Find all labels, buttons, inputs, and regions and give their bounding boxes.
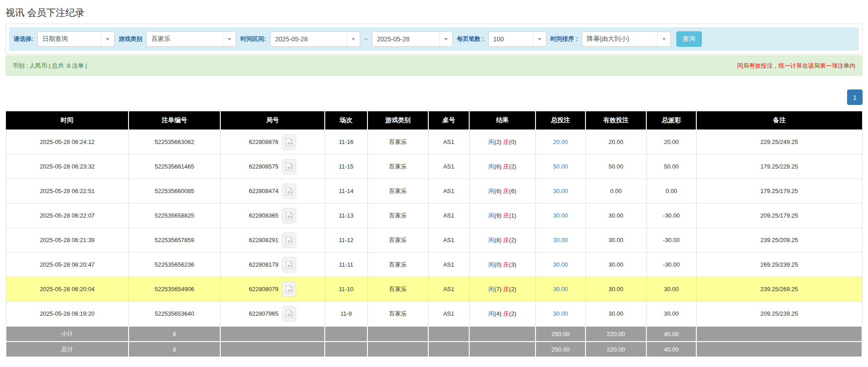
cell-payout: 0.00 (646, 179, 696, 203)
total-bet-link[interactable]: 30.00 (553, 237, 568, 243)
date-to-select[interactable]: 2025-05-28 (372, 31, 453, 47)
chevron-down-icon (657, 32, 670, 46)
total-bet-link[interactable]: 30.00 (553, 310, 568, 317)
total-empty-cell (469, 342, 536, 357)
cell-result: 闲(0) 庄(3) (469, 253, 536, 277)
cell-result: 闲(7) 庄(2) (469, 277, 536, 302)
cell-valid-bet: 50.00 (585, 154, 646, 179)
video-replay-button[interactable] (282, 282, 296, 297)
table-body: 2025-05-28 06:24:12522535663062622808676… (6, 130, 862, 357)
sort-order-value: 降幂(由大到小) (582, 35, 657, 43)
player-result-label: 闲 (488, 188, 494, 194)
cell-round-id: 622808676 (220, 130, 325, 154)
cell-game-type: 百家乐 (367, 179, 428, 203)
per-page-value: 100 (489, 35, 533, 43)
total-empty-cell (325, 342, 367, 357)
column-header: 场次 (325, 111, 367, 130)
cell-payout: -30.00 (646, 203, 696, 228)
video-replay-button[interactable] (282, 184, 296, 199)
cell-valid-bet: 30.00 (585, 253, 646, 277)
video-replay-button[interactable] (282, 159, 296, 174)
cell-total-bet: 30.00 (536, 179, 585, 203)
query-type-label: 请选择: (14, 35, 33, 43)
video-file-icon (286, 163, 293, 171)
page-1-button[interactable]: 1 (847, 89, 863, 105)
cell-bet-id: 522535656236 (129, 253, 220, 277)
banker-result-label: 庄 (503, 212, 509, 219)
cell-table-no: AS1 (428, 130, 469, 154)
sort-order-label: 时间排序 : (551, 35, 578, 43)
cell-total-bet: 30.00 (536, 253, 585, 277)
bet-records-table: 时间注单编号局号场次游戏类别桌号结果总投注有效投注总派彩备注 2025-05-2… (5, 111, 863, 357)
total-empty-cell (428, 326, 469, 342)
player-result-label: 闲 (488, 163, 494, 170)
total-label: 总计 (6, 342, 129, 357)
player-result-score: (0) (494, 261, 501, 268)
sort-order-select[interactable]: 降幂(由大到小) (582, 31, 671, 47)
column-header: 局号 (220, 111, 325, 130)
cell-valid-bet: 20.00 (585, 130, 646, 154)
banker-result-score: (2) (509, 286, 516, 293)
player-result-score: (6) (494, 163, 501, 170)
cell-time: 2025-05-28 06:23:32 (6, 154, 129, 179)
cell-session: 11-12 (325, 228, 367, 253)
total-bet-link[interactable]: 20.00 (553, 139, 568, 145)
cell-table-no: AS1 (428, 179, 469, 203)
chevron-down-icon (439, 32, 452, 46)
video-replay-button[interactable] (282, 208, 296, 223)
cell-remark: 179.25/229.25 (696, 154, 862, 179)
cell-game-type: 百家乐 (367, 253, 428, 277)
total-bet-link[interactable]: 30.00 (553, 188, 568, 194)
cell-valid-bet: 30.00 (585, 203, 646, 228)
cell-round-id: 622808179 (220, 253, 325, 277)
cell-session: 11-13 (325, 203, 367, 228)
video-replay-button[interactable] (282, 306, 296, 322)
date-from-value: 2025-05-28 (271, 35, 347, 43)
query-type-select[interactable]: 日期查询 (37, 31, 114, 47)
cell-remark: 209.25/179.25 (696, 203, 862, 228)
total-bet-link[interactable]: 30.00 (553, 212, 568, 219)
cell-result: 闲(6) 庄(6) (469, 179, 536, 203)
cell-payout: 50.00 (646, 154, 696, 179)
time-range-label: 时间区间: (240, 35, 266, 43)
cell-total-bet: 30.00 (536, 302, 585, 327)
table-row: 2025-05-28 06:23:32522535661465622808575… (6, 154, 862, 179)
total-bet-link[interactable]: 30.00 (553, 286, 568, 293)
video-file-icon (286, 138, 293, 146)
cell-valid-bet: 30.00 (585, 277, 646, 302)
video-replay-button[interactable] (282, 134, 296, 150)
total-bet-link[interactable]: 30.00 (553, 261, 568, 268)
total-bet-link[interactable]: 50.00 (553, 163, 568, 170)
query-button[interactable]: 查询 (676, 31, 702, 47)
cell-round-id: 622808079 (220, 277, 325, 302)
round-id: 622808079 (249, 286, 278, 293)
cell-table-no: AS1 (428, 203, 469, 228)
total-empty-cell (367, 342, 428, 357)
total-empty-cell (428, 342, 469, 357)
player-result-label: 闲 (488, 139, 494, 145)
cell-bet-id: 522535661465 (129, 154, 220, 179)
cell-result: 闲(8) 庄(2) (469, 228, 536, 253)
total-empty-cell (696, 342, 862, 357)
cell-game-type: 百家乐 (367, 302, 428, 327)
video-replay-button[interactable] (282, 257, 296, 273)
cell-remark: 229.25/249.25 (696, 130, 862, 154)
player-result-score: (8) (494, 237, 501, 243)
player-result-score: (4) (494, 310, 501, 317)
cell-session: 11-16 (325, 130, 367, 154)
per-page-select[interactable]: 100 (488, 31, 546, 47)
cell-session: 11-11 (325, 253, 367, 277)
table-row: 2025-05-28 06:19:20522535653640622807965… (6, 302, 862, 327)
chevron-down-icon (101, 32, 114, 46)
game-type-select[interactable]: 百家乐 (146, 31, 236, 47)
cell-round-id: 622808474 (220, 179, 325, 203)
cell-time: 2025-05-28 06:19:20 (6, 302, 129, 327)
video-file-icon (286, 187, 293, 195)
cell-remark: 239.25/209.25 (696, 228, 862, 253)
video-file-icon (286, 285, 293, 293)
table-row: 2025-05-28 06:20:47522535656236622808179… (6, 253, 862, 277)
banker-result-label: 庄 (503, 310, 509, 317)
date-from-select[interactable]: 2025-05-28 (270, 31, 360, 47)
total-label: 小计 (6, 326, 129, 342)
video-replay-button[interactable] (282, 233, 296, 248)
